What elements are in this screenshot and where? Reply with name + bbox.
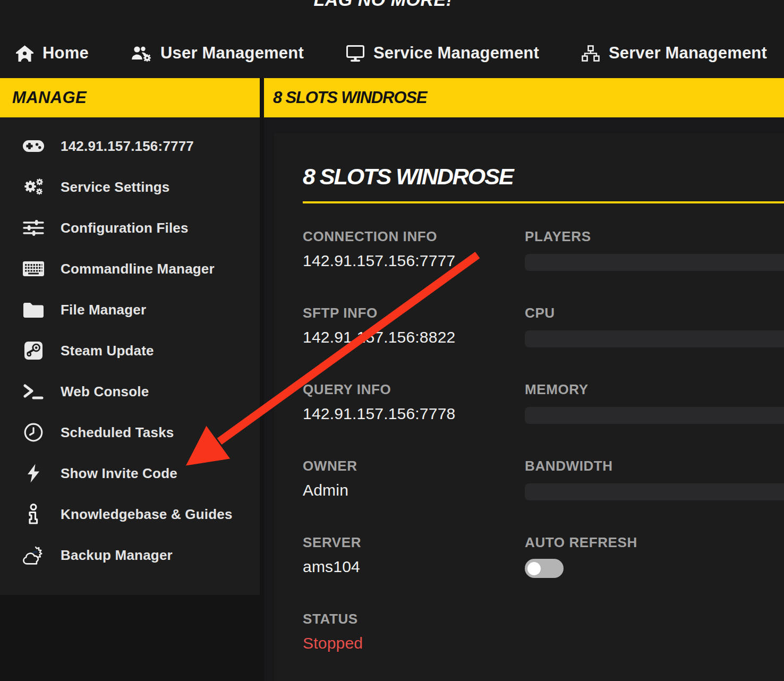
title-underline (303, 201, 784, 203)
nav-item-home[interactable]: Home (16, 44, 89, 63)
bolt-icon (23, 464, 44, 483)
stat-label: STATUS (303, 612, 525, 626)
nav-item-label: Home (42, 44, 89, 63)
bars-divider (260, 78, 264, 117)
sidebar-item-label: File Manager (61, 302, 146, 318)
cloud-backup-icon (23, 544, 44, 566)
content-divider (260, 117, 264, 681)
clock-icon (23, 423, 44, 442)
stat-label: QUERY INFO (303, 382, 525, 396)
nav-item-label: Server Management (609, 44, 767, 63)
connection-info-value: 142.91.157.156:7777 (303, 252, 525, 270)
main-header-bar: 8 SLOTS WINDROSE (264, 78, 784, 117)
stat-label: OWNER (303, 459, 525, 473)
main-header-title: 8 SLOTS WINDROSE (273, 88, 427, 107)
sftp-info-value: 142.91.157.156:8822 (303, 328, 525, 346)
home-icon (16, 45, 33, 62)
sidebar-item-label: Show Invite Code (61, 465, 177, 482)
sidebar-item-label: Configuration Files (61, 220, 189, 236)
empty-cell (525, 612, 784, 681)
connection-info: CONNECTION INFO 142.91.157.156:7777 (303, 229, 525, 306)
promo-banner-text: LAG NO MORE! (0, 0, 784, 10)
terminal-icon (23, 384, 44, 399)
bandwidth-metric: BANDWIDTH (525, 459, 784, 535)
sidebar-item-label: Service Settings (61, 179, 170, 195)
status-info: STATUS Stopped (303, 612, 525, 681)
stat-label: CONNECTION INFO (303, 229, 525, 243)
page: LAG NO MORE! Home (0, 0, 784, 681)
auto-refresh-toggle[interactable] (525, 559, 564, 578)
nav-item-label: User Management (160, 44, 304, 63)
sidebar: 142.91.157.156:7777 (0, 117, 260, 681)
top-header: LAG NO MORE! Home (0, 0, 784, 78)
memory-progressbar (525, 407, 784, 424)
sidebar-item-label: Backup Manager (61, 547, 173, 564)
main-content: 8 SLOTS WINDROSE CONNECTION INFO 142.91.… (264, 117, 784, 681)
section-bars: MANAGE 8 SLOTS WINDROSE (0, 78, 784, 117)
sidebar-item-service-settings[interactable]: Service Settings (0, 172, 260, 202)
sidebar-item-label: Commandline Manager (61, 261, 215, 277)
nav-item-label: Service Management (373, 44, 539, 63)
sidebar-item-label: Knowledgebase & Guides (61, 506, 233, 523)
owner-value: Admin (303, 481, 525, 499)
sidebar-item-web-console[interactable]: Web Console (0, 376, 260, 407)
server-info: SERVER ams104 (303, 535, 525, 612)
stat-label: BANDWIDTH (525, 459, 784, 473)
users-gear-icon (131, 45, 151, 62)
players-metric: PLAYERS (525, 229, 784, 306)
server-value: ams104 (303, 558, 525, 576)
sidebar-item-commandline-manager[interactable]: Commandline Manager (0, 253, 260, 284)
sitemap-icon (582, 45, 600, 62)
stat-label: AUTO REFRESH (525, 535, 784, 549)
stat-label: PLAYERS (525, 229, 784, 243)
stat-label: MEMORY (525, 382, 784, 396)
gamepad-icon (23, 137, 44, 155)
sidebar-item-backup-manager[interactable]: Backup Manager (0, 540, 260, 571)
stat-label: SFTP INFO (303, 306, 525, 320)
sliders-icon (23, 219, 44, 237)
stats-grid: CONNECTION INFO 142.91.157.156:7777 PLAY… (303, 229, 784, 681)
keyboard-icon (23, 261, 44, 277)
sidebar-header-bar: MANAGE (0, 78, 260, 117)
cpu-metric: CPU (525, 306, 784, 382)
stat-label: SERVER (303, 535, 525, 549)
sidebar-item-configuration-files[interactable]: Configuration Files (0, 212, 260, 243)
sidebar-item-label: Scheduled Tasks (61, 424, 174, 441)
memory-metric: MEMORY (525, 382, 784, 459)
sidebar-item-label: Steam Update (61, 343, 154, 359)
main-nav: Home (16, 28, 767, 78)
sidebar-menu: 142.91.157.156:7777 (0, 117, 260, 595)
monitor-icon (346, 45, 364, 62)
sidebar-item-knowledgebase[interactable]: Knowledgebase & Guides (0, 499, 260, 530)
nav-item-server-management[interactable]: Server Management (582, 44, 767, 63)
folder-icon (23, 302, 44, 318)
sftp-info: SFTP INFO 142.91.157.156:8822 (303, 306, 525, 382)
content: 142.91.157.156:7777 (0, 117, 784, 681)
status-value: Stopped (303, 634, 525, 652)
stat-label: CPU (525, 306, 784, 320)
cpu-progressbar (525, 330, 784, 347)
toggle-knob (527, 562, 541, 575)
sidebar-item-scheduled-tasks[interactable]: Scheduled Tasks (0, 417, 260, 448)
query-info-value: 142.91.157.156:7778 (303, 405, 525, 423)
players-progressbar (525, 254, 784, 271)
info-icon (23, 504, 44, 525)
service-title: 8 SLOTS WINDROSE (303, 164, 784, 189)
gears-icon (23, 177, 44, 197)
service-overview-card: 8 SLOTS WINDROSE CONNECTION INFO 142.91.… (274, 133, 784, 681)
auto-refresh: AUTO REFRESH (525, 535, 784, 612)
sidebar-item-server-address[interactable]: 142.91.157.156:7777 (0, 131, 260, 161)
sidebar-item-label: Web Console (61, 384, 149, 400)
sidebar-item-show-invite-code[interactable]: Show Invite Code (0, 458, 260, 489)
nav-item-user-management[interactable]: User Management (131, 44, 304, 63)
owner-info: OWNER Admin (303, 459, 525, 535)
nav-item-service-management[interactable]: Service Management (346, 44, 539, 63)
sidebar-item-label: 142.91.157.156:7777 (61, 138, 194, 155)
sidebar-header-title: MANAGE (12, 88, 87, 107)
sidebar-item-steam-update[interactable]: Steam Update (0, 335, 260, 366)
sidebar-item-file-manager[interactable]: File Manager (0, 294, 260, 325)
query-info: QUERY INFO 142.91.157.156:7778 (303, 382, 525, 459)
steam-icon (23, 342, 44, 360)
bandwidth-progressbar (525, 483, 784, 500)
